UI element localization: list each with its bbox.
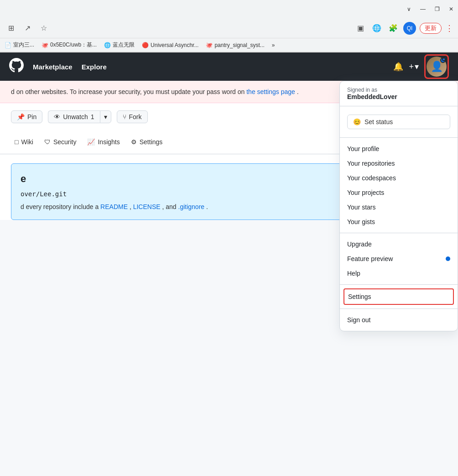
bookmark-icon-1: 📄: [5, 42, 11, 48]
your-codespaces-label: Your codespaces: [347, 174, 396, 182]
wiki-icon: □: [15, 138, 18, 146]
comma-1: ,: [130, 203, 131, 210]
shield-icon: 🛡: [44, 138, 51, 146]
your-projects-item[interactable]: Your projects: [340, 185, 458, 200]
your-profile-label: Your profile: [347, 145, 379, 152]
unwatch-label: Unwatch: [63, 113, 88, 120]
bookmark-item-1[interactable]: 📄 室内三...: [5, 41, 34, 49]
create-new-button[interactable]: + ▾: [409, 62, 419, 72]
upgrade-item[interactable]: Upgrade: [340, 237, 458, 251]
settings-label: Settings: [348, 293, 371, 300]
bookmark-item-4[interactable]: 🔴 Universal Asynchr...: [142, 42, 198, 48]
license-link[interactable]: LICENSE: [133, 203, 161, 210]
explore-nav[interactable]: Explore: [82, 63, 107, 71]
extension-icon-2[interactable]: 🌐: [370, 22, 383, 35]
feature-preview-label: Feature preview: [347, 255, 393, 262]
profile-icon[interactable]: QI: [403, 22, 416, 35]
set-status-section: 😊 Set status: [340, 106, 458, 137]
and-text: , and: [162, 203, 178, 210]
bookmark-more-button[interactable]: »: [272, 42, 275, 48]
alert-suffix: word on: [222, 88, 247, 95]
your-stars-item[interactable]: Your stars: [340, 200, 458, 214]
pin-label: Pin: [27, 113, 36, 120]
set-status-label: Set status: [364, 118, 393, 126]
notification-bell-icon[interactable]: 🔔: [393, 62, 403, 72]
fork-icon: ⑂: [123, 113, 126, 120]
bookmark-item-5[interactable]: 🐙 pantry_signal_syst...: [206, 42, 264, 48]
readme-link[interactable]: README: [100, 203, 128, 210]
close-button[interactable]: ✕: [449, 6, 453, 12]
fork-button[interactable]: ⑂ Fork: [117, 110, 148, 123]
your-codespaces-item[interactable]: Your codespaces: [340, 171, 458, 185]
update-button[interactable]: 更新: [420, 23, 442, 34]
bookmarks-bar: 📄 室内三... 🐙 0x5E0C/uwb：基... 🌐 蓝点无限 🔴 Univ…: [0, 38, 458, 52]
browser-extension-icons: ▣ 🌐 🧩 QI 更新 ⋮: [354, 22, 453, 35]
translate-icon[interactable]: ⊞: [5, 22, 17, 35]
share-icon[interactable]: ↗: [21, 22, 34, 35]
browser-title-bar: ∨ — ❐ ✕: [0, 0, 458, 18]
settings-page-link[interactable]: the settings page: [246, 88, 295, 95]
your-repositories-label: Your repositories: [347, 160, 395, 167]
bookmark-item-3[interactable]: 🌐 蓝点无限: [104, 41, 135, 49]
star-icon[interactable]: ☆: [37, 22, 50, 35]
unwatch-dropdown-button[interactable]: ▾: [100, 110, 111, 123]
tab-insights-label: Insights: [98, 138, 120, 146]
bookmark-item-2[interactable]: 🐙 0x5E0C/uwb：基...: [42, 41, 97, 49]
feature-preview-dot: [446, 256, 450, 261]
username-label: EmbeddedLover: [347, 93, 450, 100]
avatar-notification-dot: [442, 58, 446, 61]
marketplace-nav[interactable]: Marketplace: [33, 63, 73, 71]
user-avatar-button[interactable]: 👤: [424, 54, 449, 79]
tab-security[interactable]: 🛡 Security: [41, 133, 80, 152]
pin-icon: 📌: [17, 113, 25, 120]
window-controls: ∨ — ❐ ✕: [407, 6, 453, 12]
puzzle-icon[interactable]: 🧩: [387, 22, 400, 35]
extension-icon-1[interactable]: ▣: [354, 22, 367, 35]
chevron-down-icon[interactable]: ∨: [407, 6, 411, 12]
fork-label: Fork: [129, 113, 142, 120]
bookmark-icon-5: 🐙: [206, 42, 213, 48]
tab-security-label: Security: [53, 138, 77, 146]
bookmark-label-2: 0x5E0C/uwb：基...: [50, 41, 97, 49]
bookmark-icon-2: 🐙: [42, 42, 48, 48]
tab-settings-label: Settings: [140, 138, 163, 146]
insights-icon: 📈: [87, 138, 95, 146]
sign-out-label: Sign out: [347, 316, 370, 324]
alert-text: d on other websites. To increase your se…: [11, 88, 220, 95]
settings-item[interactable]: Settings: [344, 288, 454, 305]
bookmark-label-5: pantry_signal_syst...: [214, 42, 264, 48]
gitignore-link[interactable]: .gitignore: [178, 203, 205, 210]
pin-button[interactable]: 📌 Pin: [11, 110, 42, 123]
minimize-button[interactable]: —: [420, 6, 426, 12]
bookmark-label-1: 室内三...: [13, 41, 34, 49]
browser-menu-icon[interactable]: ⋮: [445, 23, 453, 33]
bookmark-more-icon: »: [272, 42, 275, 48]
help-item[interactable]: Help: [340, 266, 458, 281]
restore-button[interactable]: ❐: [435, 6, 440, 12]
github-logo[interactable]: [9, 58, 24, 75]
settings-icon: ⚙: [131, 138, 137, 146]
settings-section: Settings: [340, 284, 458, 309]
period: .: [206, 203, 208, 210]
bookmark-label-3: 蓝点无限: [113, 41, 135, 49]
feature-preview-item[interactable]: Feature preview: [340, 251, 458, 266]
tab-settings[interactable]: ⚙ Settings: [127, 133, 167, 152]
unwatch-main-button[interactable]: 👁 Unwatch 1: [48, 110, 99, 123]
unwatch-count: 1: [91, 113, 94, 120]
eye-icon: 👁: [54, 113, 60, 120]
smiley-icon: 😊: [353, 118, 361, 126]
your-repositories-item[interactable]: Your repositories: [340, 156, 458, 171]
nav-icons: ⊞ ↗ ☆: [5, 22, 50, 35]
sign-out-item[interactable]: Sign out: [340, 313, 458, 327]
github-nav: Marketplace Explore: [33, 63, 107, 71]
browser-toolbar: ⊞ ↗ ☆ ▣ 🌐 🧩 QI 更新 ⋮: [0, 18, 458, 38]
your-gists-item[interactable]: Your gists: [340, 214, 458, 229]
plus-icon: +: [409, 62, 414, 72]
set-status-button[interactable]: 😊 Set status: [347, 115, 450, 129]
bookmark-icon-3: 🌐: [104, 42, 111, 48]
tab-insights[interactable]: 📈 Insights: [83, 133, 123, 152]
alert-period: .: [297, 88, 299, 95]
your-profile-item[interactable]: Your profile: [340, 141, 458, 156]
tab-wiki[interactable]: □ Wiki: [11, 133, 37, 152]
tab-wiki-label: Wiki: [21, 138, 33, 146]
